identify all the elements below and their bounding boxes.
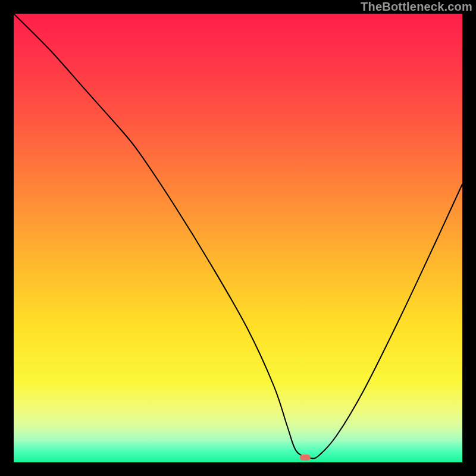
chart-stage: TheBottleneck.com <box>0 0 476 476</box>
watermark-text: TheBottleneck.com <box>361 0 472 14</box>
optimum-marker <box>300 455 311 461</box>
plot-area <box>14 14 462 462</box>
gradient-background <box>14 14 462 462</box>
